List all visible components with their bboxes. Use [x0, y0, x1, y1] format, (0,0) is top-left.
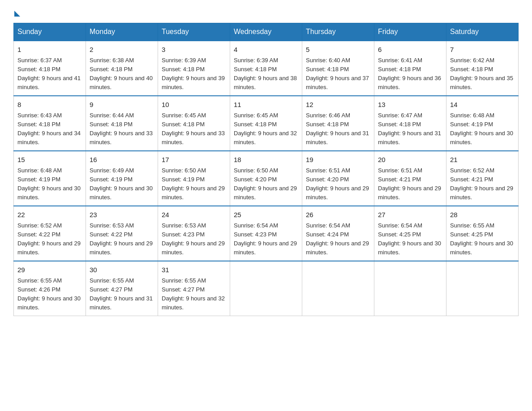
day-info: Sunrise: 6:47 AMSunset: 4:18 PMDaylight:…	[378, 111, 442, 147]
day-number: 25	[234, 210, 298, 220]
day-number: 15	[17, 155, 82, 165]
calendar-cell: 3Sunrise: 6:39 AMSunset: 4:18 PMDaylight…	[158, 41, 230, 96]
day-info: Sunrise: 6:41 AMSunset: 4:18 PMDaylight:…	[378, 56, 442, 92]
day-info: Sunrise: 6:54 AMSunset: 4:25 PMDaylight:…	[378, 221, 442, 257]
day-number: 24	[162, 210, 226, 220]
calendar-cell: 31Sunrise: 6:55 AMSunset: 4:27 PMDayligh…	[158, 261, 230, 316]
calendar-cell	[302, 261, 374, 316]
calendar-cell: 19Sunrise: 6:51 AMSunset: 4:20 PMDayligh…	[302, 151, 374, 206]
calendar-week-5: 29Sunrise: 6:55 AMSunset: 4:26 PMDayligh…	[14, 261, 519, 316]
day-number: 27	[378, 210, 442, 220]
logo-arrow-icon	[14, 11, 20, 17]
day-info: Sunrise: 6:54 AMSunset: 4:23 PMDaylight:…	[234, 221, 298, 257]
day-number: 8	[17, 100, 82, 110]
calendar-cell: 9Sunrise: 6:44 AMSunset: 4:18 PMDaylight…	[86, 96, 158, 151]
calendar-week-3: 15Sunrise: 6:48 AMSunset: 4:19 PMDayligh…	[14, 151, 519, 206]
calendar-week-1: 1Sunrise: 6:37 AMSunset: 4:18 PMDaylight…	[14, 41, 519, 96]
calendar-cell: 8Sunrise: 6:43 AMSunset: 4:18 PMDaylight…	[14, 96, 86, 151]
day-info: Sunrise: 6:55 AMSunset: 4:27 PMDaylight:…	[162, 276, 226, 313]
day-info: Sunrise: 6:44 AMSunset: 4:18 PMDaylight:…	[90, 111, 154, 147]
day-number: 30	[90, 265, 154, 275]
day-number: 1	[17, 45, 82, 55]
day-info: Sunrise: 6:43 AMSunset: 4:18 PMDaylight:…	[17, 111, 82, 147]
calendar-cell	[230, 261, 302, 316]
calendar-cell	[374, 261, 446, 316]
day-info: Sunrise: 6:42 AMSunset: 4:18 PMDaylight:…	[450, 56, 515, 92]
day-number: 17	[162, 155, 226, 165]
day-number: 21	[450, 155, 515, 165]
day-number: 14	[450, 100, 515, 110]
calendar-cell: 15Sunrise: 6:48 AMSunset: 4:19 PMDayligh…	[14, 151, 86, 206]
calendar-cell: 1Sunrise: 6:37 AMSunset: 4:18 PMDaylight…	[14, 41, 86, 96]
calendar-cell: 11Sunrise: 6:45 AMSunset: 4:18 PMDayligh…	[230, 96, 302, 151]
calendar-cell: 25Sunrise: 6:54 AMSunset: 4:23 PMDayligh…	[230, 206, 302, 261]
day-info: Sunrise: 6:53 AMSunset: 4:23 PMDaylight:…	[162, 221, 226, 257]
calendar-cell: 6Sunrise: 6:41 AMSunset: 4:18 PMDaylight…	[374, 41, 446, 96]
day-info: Sunrise: 6:53 AMSunset: 4:22 PMDaylight:…	[90, 221, 154, 257]
day-info: Sunrise: 6:38 AMSunset: 4:18 PMDaylight:…	[90, 56, 154, 92]
day-number: 26	[306, 210, 370, 220]
calendar-cell: 10Sunrise: 6:45 AMSunset: 4:18 PMDayligh…	[158, 96, 230, 151]
calendar-table: SundayMondayTuesdayWednesdayThursdayFrid…	[13, 23, 519, 316]
day-number: 13	[378, 100, 442, 110]
day-number: 10	[162, 100, 226, 110]
day-number: 23	[90, 210, 154, 220]
calendar-cell: 13Sunrise: 6:47 AMSunset: 4:18 PMDayligh…	[374, 96, 446, 151]
day-header-tuesday: Tuesday	[158, 23, 230, 41]
day-number: 20	[378, 155, 442, 165]
calendar-week-4: 22Sunrise: 6:52 AMSunset: 4:22 PMDayligh…	[14, 206, 519, 261]
day-number: 6	[378, 45, 442, 55]
calendar-cell: 21Sunrise: 6:52 AMSunset: 4:21 PMDayligh…	[446, 151, 519, 206]
calendar-cell	[446, 261, 519, 316]
calendar-cell: 2Sunrise: 6:38 AMSunset: 4:18 PMDaylight…	[86, 41, 158, 96]
day-info: Sunrise: 6:54 AMSunset: 4:24 PMDaylight:…	[306, 221, 370, 257]
day-info: Sunrise: 6:51 AMSunset: 4:20 PMDaylight:…	[306, 166, 370, 202]
calendar-cell: 12Sunrise: 6:46 AMSunset: 4:18 PMDayligh…	[302, 96, 374, 151]
calendar-cell: 5Sunrise: 6:40 AMSunset: 4:18 PMDaylight…	[302, 41, 374, 96]
day-info: Sunrise: 6:45 AMSunset: 4:18 PMDaylight:…	[162, 111, 226, 147]
day-header-wednesday: Wednesday	[230, 23, 302, 41]
day-info: Sunrise: 6:55 AMSunset: 4:27 PMDaylight:…	[90, 276, 154, 313]
day-info: Sunrise: 6:52 AMSunset: 4:22 PMDaylight:…	[17, 221, 82, 257]
logo	[13, 9, 20, 15]
calendar-cell: 20Sunrise: 6:51 AMSunset: 4:21 PMDayligh…	[374, 151, 446, 206]
calendar-cell: 27Sunrise: 6:54 AMSunset: 4:25 PMDayligh…	[374, 206, 446, 261]
calendar-cell: 24Sunrise: 6:53 AMSunset: 4:23 PMDayligh…	[158, 206, 230, 261]
calendar-cell: 26Sunrise: 6:54 AMSunset: 4:24 PMDayligh…	[302, 206, 374, 261]
day-info: Sunrise: 6:45 AMSunset: 4:18 PMDaylight:…	[234, 111, 298, 147]
calendar-week-2: 8Sunrise: 6:43 AMSunset: 4:18 PMDaylight…	[14, 96, 519, 151]
day-info: Sunrise: 6:55 AMSunset: 4:25 PMDaylight:…	[450, 221, 515, 257]
calendar-cell: 14Sunrise: 6:48 AMSunset: 4:19 PMDayligh…	[446, 96, 519, 151]
calendar-cell: 17Sunrise: 6:50 AMSunset: 4:19 PMDayligh…	[158, 151, 230, 206]
calendar-cell: 30Sunrise: 6:55 AMSunset: 4:27 PMDayligh…	[86, 261, 158, 316]
day-info: Sunrise: 6:40 AMSunset: 4:18 PMDaylight:…	[306, 56, 370, 92]
day-number: 5	[306, 45, 370, 55]
calendar-cell: 7Sunrise: 6:42 AMSunset: 4:18 PMDaylight…	[446, 41, 519, 96]
day-header-friday: Friday	[374, 23, 446, 41]
day-info: Sunrise: 6:52 AMSunset: 4:21 PMDaylight:…	[450, 166, 515, 202]
day-number: 16	[90, 155, 154, 165]
day-number: 12	[306, 100, 370, 110]
day-info: Sunrise: 6:50 AMSunset: 4:19 PMDaylight:…	[162, 166, 226, 202]
day-info: Sunrise: 6:48 AMSunset: 4:19 PMDaylight:…	[450, 111, 515, 147]
day-header-sunday: Sunday	[14, 23, 86, 41]
day-header-saturday: Saturday	[446, 23, 519, 41]
day-number: 7	[450, 45, 515, 55]
calendar-cell: 29Sunrise: 6:55 AMSunset: 4:26 PMDayligh…	[14, 261, 86, 316]
calendar-cell: 22Sunrise: 6:52 AMSunset: 4:22 PMDayligh…	[14, 206, 86, 261]
day-number: 19	[306, 155, 370, 165]
day-info: Sunrise: 6:46 AMSunset: 4:18 PMDaylight:…	[306, 111, 370, 147]
day-info: Sunrise: 6:39 AMSunset: 4:18 PMDaylight:…	[162, 56, 226, 92]
day-number: 11	[234, 100, 298, 110]
day-info: Sunrise: 6:49 AMSunset: 4:19 PMDaylight:…	[90, 166, 154, 202]
calendar-cell: 16Sunrise: 6:49 AMSunset: 4:19 PMDayligh…	[86, 151, 158, 206]
day-number: 4	[234, 45, 298, 55]
calendar-cell: 28Sunrise: 6:55 AMSunset: 4:25 PMDayligh…	[446, 206, 519, 261]
calendar-cell: 4Sunrise: 6:39 AMSunset: 4:18 PMDaylight…	[230, 41, 302, 96]
day-info: Sunrise: 6:51 AMSunset: 4:21 PMDaylight:…	[378, 166, 442, 202]
day-number: 3	[162, 45, 226, 55]
day-number: 22	[17, 210, 82, 220]
day-info: Sunrise: 6:50 AMSunset: 4:20 PMDaylight:…	[234, 166, 298, 202]
day-number: 31	[162, 265, 226, 275]
day-header-monday: Monday	[86, 23, 158, 41]
